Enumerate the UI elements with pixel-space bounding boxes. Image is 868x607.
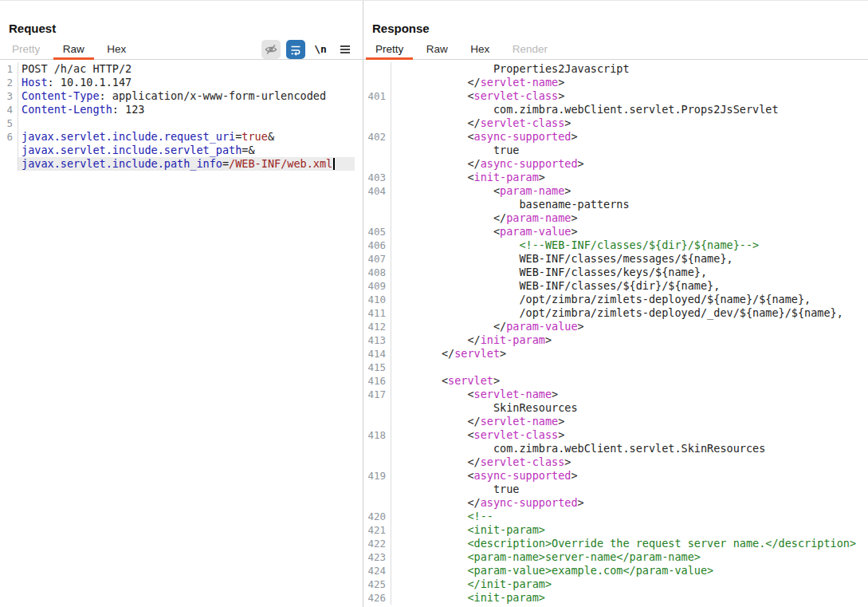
- line-number: 420: [363, 510, 391, 523]
- line-number: 4: [0, 103, 18, 116]
- code-line-text: <servlet>: [391, 374, 868, 388]
- code-line-text: </param-name>: [391, 211, 868, 225]
- line-number: 412: [363, 320, 391, 333]
- code-line: 5: [0, 116, 363, 130]
- line-number: 5: [0, 116, 18, 130]
- code-line-text: WEB-INF/classes/messages/${name},: [391, 252, 868, 266]
- request-editor-toolbar: \n: [261, 39, 355, 59]
- code-line: 417<servlet-name>: [363, 388, 868, 401]
- line-number: 406: [363, 238, 391, 252]
- code-line-text: Properties2Javascript: [391, 62, 868, 76]
- code-line-text: [18, 116, 355, 130]
- line-number: 411: [363, 306, 391, 320]
- code-line-text: POST /h/ac HTTP/2: [18, 62, 355, 76]
- code-line-text: </async-supported>: [391, 496, 868, 510]
- line-number: [363, 144, 391, 157]
- code-line-text: <description>Override the request server…: [391, 537, 868, 550]
- code-line-text: <servlet-class>: [391, 428, 868, 442]
- line-number: [0, 157, 18, 171]
- line-number: 408: [363, 266, 391, 279]
- response-tab-pretty[interactable]: Pretty: [366, 40, 413, 60]
- code-line: 416<servlet>: [363, 374, 868, 388]
- code-line: 1POST /h/ac HTTP/2: [0, 62, 363, 76]
- line-number: 421: [363, 523, 391, 537]
- code-line-text: </init-param>: [391, 333, 868, 347]
- code-line: 6javax.servlet.include.request_uri=true&: [0, 130, 363, 144]
- request-tab-hex[interactable]: Hex: [97, 40, 136, 60]
- request-editor[interactable]: 1POST /h/ac HTTP/22Host: 10.10.1.1473Con…: [0, 62, 363, 607]
- newline-glyph-label: \n: [314, 43, 327, 55]
- line-number: 6: [0, 130, 18, 144]
- response-tab-render[interactable]: Render: [503, 40, 557, 60]
- code-line: </servlet-class>: [363, 455, 868, 469]
- code-line-text: </init-param>: [391, 577, 868, 591]
- line-number: [363, 198, 391, 211]
- line-number: 1: [0, 62, 18, 76]
- code-line: 420<!--: [363, 510, 868, 523]
- code-line: </servlet-name>: [363, 415, 868, 428]
- code-line-text: <init-param>: [391, 523, 868, 537]
- code-line: 409WEB-INF/classes/${dir}/${name},: [363, 279, 868, 293]
- code-line: 407WEB-INF/classes/messages/${name},: [363, 252, 868, 266]
- code-line: </servlet-name>: [363, 76, 868, 89]
- code-line-text: <servlet-name>: [391, 388, 868, 401]
- code-line-text: [391, 361, 868, 374]
- code-line-text: </servlet-class>: [391, 455, 868, 469]
- line-number: 416: [363, 374, 391, 388]
- code-line-text: </servlet-name>: [391, 415, 868, 428]
- line-number: [363, 62, 391, 76]
- line-number: [0, 144, 18, 157]
- hamburger-icon: [339, 43, 352, 56]
- line-number: 2: [0, 76, 18, 89]
- request-tab-pretty[interactable]: Pretty: [2, 40, 49, 60]
- code-line-text: javax.servlet.include.servlet_path=&: [18, 144, 355, 157]
- line-number: [363, 455, 391, 469]
- code-line: </async-supported>: [363, 496, 868, 510]
- request-tab-raw[interactable]: Raw: [53, 40, 94, 60]
- hide-toggle-button[interactable]: [261, 40, 281, 59]
- code-line: 422<description>Override the request ser…: [363, 537, 868, 550]
- code-line: </servlet-class>: [363, 116, 868, 130]
- code-line: com.zimbra.webClient.servlet.Props2JsSer…: [363, 103, 868, 116]
- code-line-text: </async-supported>: [391, 157, 868, 171]
- line-number: [363, 211, 391, 225]
- code-line-text: WEB-INF/classes/${dir}/${name},: [391, 279, 868, 293]
- code-line: Properties2Javascript: [363, 62, 868, 76]
- newline-display-toggle-button[interactable]: \n: [311, 40, 330, 59]
- text-caret: [333, 158, 335, 170]
- line-number: [363, 116, 391, 130]
- code-line-text: <param-value>example.com</param-value>: [391, 564, 868, 577]
- code-line: 426<init-param>: [363, 591, 868, 605]
- code-line: 412</param-value>: [363, 320, 868, 333]
- code-line-text: Content-Type: application/x-www-form-url…: [18, 89, 355, 103]
- code-line: 404<param-name>: [363, 184, 868, 198]
- code-line-text: true: [391, 144, 868, 157]
- line-number: 417: [363, 388, 391, 401]
- editor-menu-button[interactable]: [336, 40, 355, 59]
- code-line-text: /opt/zimbra/zimlets-deployed/_dev/${name…: [391, 306, 868, 320]
- code-line-text: <init-param>: [391, 591, 868, 605]
- line-number: 407: [363, 252, 391, 266]
- line-number: [363, 401, 391, 415]
- code-line-text: <param-name>server-name</param-name>: [391, 550, 868, 564]
- code-line: com.zimbra.webClient.servlet.SkinResourc…: [363, 442, 868, 455]
- code-line-text: </servlet>: [391, 347, 868, 361]
- code-line: 403<init-param>: [363, 171, 868, 184]
- code-line: </async-supported>: [363, 157, 868, 171]
- line-number: 425: [363, 577, 391, 591]
- response-tab-raw[interactable]: Raw: [417, 40, 458, 60]
- code-line: 413</init-param>: [363, 333, 868, 347]
- code-line: 402<async-supported>: [363, 130, 868, 144]
- code-line-text: <servlet-class>: [391, 89, 868, 103]
- code-line-text: basename-patterns: [391, 198, 868, 211]
- soft-wrap-toggle-button[interactable]: [286, 40, 305, 59]
- line-number: 404: [363, 184, 391, 198]
- response-panel: Response Pretty Raw Hex Render Propertie…: [363, 1, 868, 607]
- response-viewer[interactable]: Properties2Javascript</servlet-name>401<…: [363, 62, 868, 607]
- code-line: 401<servlet-class>: [363, 89, 868, 103]
- line-number: [363, 157, 391, 171]
- line-number: [363, 483, 391, 496]
- code-line-text: WEB-INF/classes/keys/${name},: [391, 266, 868, 279]
- wrap-text-icon: [289, 43, 302, 56]
- response-tab-hex[interactable]: Hex: [461, 40, 499, 60]
